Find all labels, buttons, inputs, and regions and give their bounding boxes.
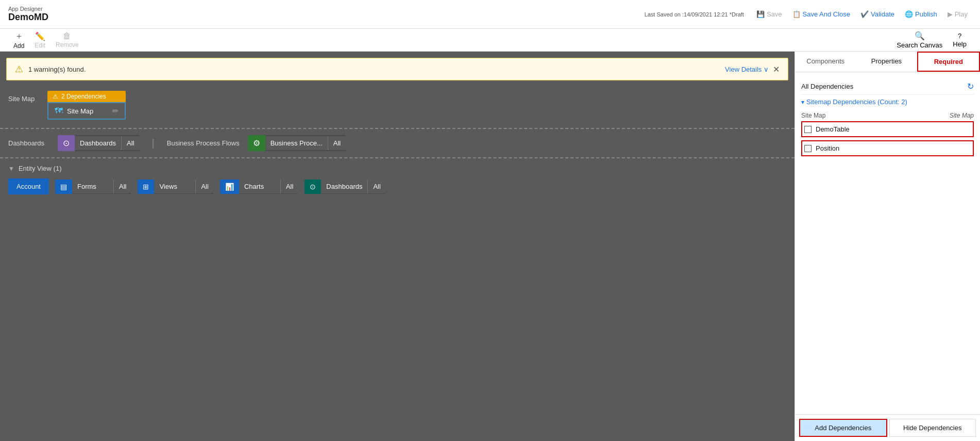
- dep-label-demotable: DemoTable: [816, 125, 850, 133]
- validate-button[interactable]: ✔️ Validate: [856, 8, 899, 20]
- pencil-icon: ✏: [112, 107, 119, 115]
- dashboards-block[interactable]: ⊙ Dashboards All: [58, 135, 140, 151]
- charts-all[interactable]: All: [280, 179, 298, 193]
- dashboards-all[interactable]: All: [121, 136, 139, 150]
- views-all[interactable]: All: [195, 179, 213, 193]
- tab-components[interactable]: Components: [795, 52, 856, 72]
- forms-icon-box: ▤: [55, 179, 72, 194]
- charts-icon: 📊: [225, 183, 234, 191]
- edit-icon: ✏️: [35, 31, 45, 41]
- help-button[interactable]: ? Help: [948, 30, 972, 50]
- app-designer-label: App Designer: [8, 6, 48, 12]
- entity-dashboards-comp-name: Dashboards: [321, 179, 367, 193]
- help-icon: ?: [958, 32, 961, 40]
- forms-block[interactable]: ▤ Forms All: [55, 179, 131, 194]
- dashboard-icon: ⊙: [63, 138, 70, 148]
- separator: |: [152, 137, 155, 149]
- panel-tabs: Components Properties Required: [795, 52, 980, 72]
- dep-site-map-label: Site Map: [801, 112, 825, 119]
- sitemap-warning-icon: ⚠: [53, 93, 58, 100]
- publish-icon: 🌐: [905, 10, 913, 18]
- sitemap-map-icon: 🗺: [55, 106, 63, 116]
- sitemap-deps-row[interactable]: ▾ Sitemap Dependencies (Count: 2): [801, 95, 974, 109]
- views-icon-box: ⊞: [138, 179, 154, 194]
- right-panel: Components Properties Required All Depen…: [795, 52, 980, 441]
- tab-properties[interactable]: Properties: [856, 52, 917, 72]
- last-saved-text: Last Saved on :14/09/2021 12:21 *Draft: [645, 11, 744, 18]
- canvas-area: ⚠ 1 warning(s) found. View Details ∨ ✕ S…: [0, 52, 795, 441]
- refresh-button[interactable]: ↻: [967, 81, 974, 91]
- entity-dashboards-icon: ⊙: [310, 183, 316, 191]
- add-icon: ＋: [15, 31, 23, 42]
- dep-item-position[interactable]: Position: [801, 140, 974, 156]
- entity-chevron-icon: ▼: [8, 165, 14, 172]
- panel-bottom: Add Dependencies Hide Dependencies: [795, 414, 980, 441]
- add-button[interactable]: ＋ Add: [8, 29, 29, 52]
- bpf-comp-name: Business Proce...: [265, 136, 328, 150]
- entity-dashboards-icon-box: ⊙: [305, 179, 321, 194]
- forms-all[interactable]: All: [113, 179, 131, 193]
- entity-view-header[interactable]: ▼ Entity View (1): [8, 165, 786, 172]
- warning-left: ⚠ 1 warning(s) found.: [15, 63, 86, 75]
- sitemap-warning-bar: ⚠ 2 Dependencies: [47, 91, 126, 102]
- forms-icon: ▤: [60, 183, 67, 191]
- close-warning-button[interactable]: ✕: [773, 64, 780, 74]
- views-comp-name: Views: [154, 179, 195, 193]
- sitemap-name-label: Site Map: [67, 107, 108, 115]
- bpf-row-label: Business Process Flows: [167, 139, 240, 147]
- play-icon: ▶: [948, 10, 953, 18]
- charts-block[interactable]: 📊 Charts All: [220, 179, 298, 194]
- warning-banner: ⚠ 1 warning(s) found. View Details ∨ ✕: [6, 58, 788, 80]
- bpf-block[interactable]: ⚙ Business Proce... All: [248, 135, 346, 151]
- header-right: Last Saved on :14/09/2021 12:21 *Draft 💾…: [645, 8, 972, 20]
- sitemap-edit-button[interactable]: ✏: [112, 107, 119, 115]
- remove-button[interactable]: 🗑 Remove: [50, 29, 84, 51]
- view-details-button[interactable]: View Details ∨: [725, 66, 769, 73]
- warning-right: View Details ∨ ✕: [725, 64, 780, 74]
- add-dependencies-button[interactable]: Add Dependencies: [799, 419, 887, 437]
- entity-section: ▼ Entity View (1) Account ▤ Forms All ⊞: [0, 158, 795, 201]
- sitemap-row-label: Site Map: [8, 91, 39, 103]
- sitemap-dep-count: 2 Dependencies: [61, 93, 106, 100]
- bpf-icon: ⚙: [253, 138, 260, 148]
- bpf-all[interactable]: All: [328, 136, 346, 150]
- dep-item-demotable[interactable]: DemoTable: [801, 121, 974, 137]
- warning-icon: ⚠: [15, 63, 23, 75]
- validate-icon: ✔️: [860, 10, 869, 18]
- sitemap-deps-label: Sitemap Dependencies (Count: 2): [806, 98, 907, 106]
- entity-view-label: Entity View (1): [19, 165, 62, 172]
- main-layout: ⚠ 1 warning(s) found. View Details ∨ ✕ S…: [0, 52, 980, 441]
- publish-button[interactable]: 🌐 Publish: [901, 8, 941, 20]
- tab-required[interactable]: Required: [917, 52, 980, 72]
- panel-content: All Dependencies ↻ ▾ Sitemap Dependencie…: [795, 72, 980, 414]
- account-button[interactable]: Account: [8, 178, 49, 194]
- all-dependencies-label: All Dependencies: [801, 83, 853, 90]
- sitemap-main-block[interactable]: 🗺 Site Map ✏: [47, 102, 126, 120]
- views-icon: ⊞: [143, 183, 149, 191]
- save-and-close-button[interactable]: 📋 Save And Close: [788, 8, 855, 20]
- toolbar: ＋ Add ✏️ Edit 🗑 Remove 🔍 Search Canvas ?…: [0, 29, 980, 52]
- edit-button[interactable]: ✏️ Edit: [29, 29, 50, 51]
- chevron-down-icon: ∨: [764, 66, 769, 73]
- all-dependencies-row: All Dependencies ↻: [801, 78, 974, 95]
- hide-dependencies-button[interactable]: Hide Dependencies: [889, 419, 976, 437]
- dep-checkbox-demotable[interactable]: [804, 126, 812, 133]
- app-name: DemoMD: [8, 12, 48, 23]
- dep-checkbox-position[interactable]: [804, 145, 812, 152]
- dashboards-comp-name: Dashboards: [75, 136, 121, 150]
- dep-section-header: Site Map Site Map: [801, 109, 974, 121]
- play-button[interactable]: ▶ Play: [943, 8, 972, 20]
- app-title-group: App Designer DemoMD: [8, 6, 48, 23]
- views-block[interactable]: ⊞ Views All: [138, 179, 213, 194]
- entity-dashboards-all[interactable]: All: [367, 179, 385, 193]
- save-button[interactable]: 💾 Save: [752, 8, 786, 20]
- dashboards-label: Dashboards: [8, 139, 49, 147]
- dashboards-icon-box: ⊙: [58, 135, 75, 151]
- sitemap-row: Site Map ⚠ 2 Dependencies 🗺 Site Map ✏: [0, 87, 795, 129]
- entity-dashboards-block[interactable]: ⊙ Dashboards All: [305, 179, 386, 194]
- dashboards-bpf-row: Dashboards ⊙ Dashboards All | Business P…: [0, 129, 795, 158]
- search-canvas-button[interactable]: 🔍 Search Canvas: [891, 29, 948, 51]
- dep-site-map-value: Site Map: [950, 112, 974, 119]
- save-close-icon: 📋: [792, 10, 801, 18]
- remove-icon: 🗑: [63, 31, 71, 41]
